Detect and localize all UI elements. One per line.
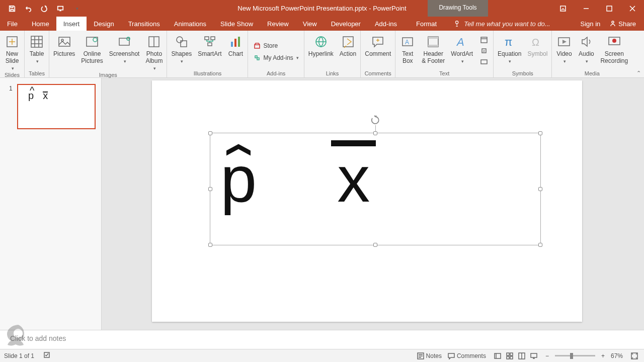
resize-handle[interactable] — [538, 243, 542, 247]
svg-rect-11 — [119, 38, 129, 45]
group-illustrations: Shapes SmartArt Chart Illustrations — [167, 31, 248, 77]
photo-album-button[interactable]: Photo Album — [144, 33, 164, 72]
undo-button[interactable] — [23, 4, 33, 14]
tab-developer[interactable]: Developer — [324, 17, 368, 31]
tab-transitions[interactable]: Transitions — [121, 17, 167, 31]
chart-button[interactable]: Chart — [226, 33, 245, 59]
ribbon-display-options-button[interactable] — [551, 0, 575, 17]
signin-button[interactable]: Sign in — [581, 20, 601, 28]
resize-handle[interactable] — [538, 187, 542, 191]
svg-rect-46 — [531, 353, 537, 357]
slide-canvas[interactable]: p x — [152, 80, 582, 322]
wordart-button[interactable]: AWordArt — [450, 33, 474, 65]
save-button[interactable] — [7, 4, 17, 14]
video-button[interactable]: Video — [555, 33, 573, 65]
rotate-handle[interactable] — [370, 115, 380, 125]
collapse-ribbon-button[interactable]: ⌃ — [636, 70, 641, 76]
svg-point-4 — [612, 21, 614, 23]
textbox-button[interactable]: AText Box — [398, 33, 417, 66]
sorter-view-button[interactable] — [504, 351, 515, 361]
spellcheck-icon[interactable] — [43, 351, 51, 360]
zoom-out-button[interactable]: − — [545, 352, 549, 359]
group-slides: New Slide Slides — [0, 31, 25, 77]
resize-handle[interactable] — [373, 131, 377, 135]
screenshot-button[interactable]: Screenshot — [108, 33, 141, 65]
resize-handle[interactable] — [208, 131, 212, 135]
slide-thumbnails-panel[interactable]: 1 p x — [0, 78, 102, 330]
my-addins-button[interactable]: My Add-ins — [251, 53, 300, 63]
smartart-button[interactable]: SmartArt — [197, 33, 222, 59]
comment-button[interactable]: Comment — [364, 33, 392, 59]
start-from-beginning-button[interactable] — [55, 4, 65, 14]
selected-textbox[interactable]: p x — [210, 133, 541, 245]
tab-home[interactable]: Home — [25, 17, 56, 31]
object-button[interactable] — [478, 57, 490, 67]
x-bar-symbol: x — [337, 146, 370, 212]
reading-view-button[interactable] — [516, 351, 527, 361]
slideshow-view-button[interactable] — [528, 351, 539, 361]
contextual-tab-label: Drawing Tools — [428, 0, 488, 17]
zoom-level[interactable]: 67% — [611, 352, 623, 359]
tab-animations[interactable]: Animations — [167, 17, 213, 31]
svg-rect-7 — [59, 37, 70, 46]
equation-button[interactable]: πEquation — [497, 33, 522, 65]
status-bar: Slide 1 of 1 Notes Comments − + 67% — [0, 349, 644, 362]
resize-handle[interactable] — [208, 187, 212, 191]
tab-format[interactable]: Format — [409, 17, 444, 31]
tab-review[interactable]: Review — [260, 17, 296, 31]
tab-addins[interactable]: Add-ins — [368, 17, 404, 31]
resize-handle[interactable] — [208, 243, 212, 247]
svg-rect-32 — [481, 60, 487, 64]
svg-rect-18 — [208, 43, 212, 46]
svg-rect-40 — [495, 353, 501, 358]
store-button[interactable]: Store — [251, 41, 280, 51]
action-button[interactable]: Action — [339, 33, 357, 59]
pictures-button[interactable]: Pictures — [52, 33, 76, 59]
notes-toggle[interactable]: Notes — [417, 352, 442, 359]
slide-editor[interactable]: p x — [102, 78, 644, 330]
svg-text:A: A — [405, 39, 409, 46]
share-button[interactable]: Share — [609, 20, 636, 28]
online-pictures-button[interactable]: Online Pictures — [80, 33, 104, 66]
minimize-button[interactable] — [575, 0, 598, 17]
svg-text:A: A — [456, 36, 464, 48]
audio-button[interactable]: Audio — [577, 33, 595, 65]
screen-recording-button[interactable]: Screen Recording — [599, 33, 629, 66]
tab-slideshow[interactable]: Slide Show — [213, 17, 260, 31]
date-time-button[interactable] — [478, 35, 490, 45]
tell-me-search[interactable]: Tell me what you want to do... — [454, 17, 550, 31]
tab-file[interactable]: File — [0, 17, 25, 31]
symbol-button[interactable]: ΩSymbol — [526, 33, 548, 59]
tell-me-placeholder: Tell me what you want to do... — [464, 20, 550, 28]
tab-insert[interactable]: Insert — [56, 17, 87, 31]
table-button[interactable]: Table — [28, 33, 46, 65]
shapes-button[interactable]: Shapes — [170, 33, 193, 65]
comments-toggle[interactable]: Comments — [448, 352, 486, 359]
new-slide-button[interactable]: New Slide — [3, 33, 21, 72]
zoom-in-button[interactable]: + — [601, 352, 605, 359]
header-footer-button[interactable]: Header & Footer — [421, 33, 446, 66]
maximize-button[interactable] — [598, 0, 621, 17]
slide-indicator[interactable]: Slide 1 of 1 — [4, 352, 34, 359]
slide-thumbnail-1[interactable]: 1 p x — [17, 84, 96, 129]
svg-rect-2 — [607, 6, 612, 11]
svg-rect-43 — [507, 356, 509, 359]
resize-handle[interactable] — [538, 131, 542, 135]
zoom-slider[interactable] — [555, 355, 595, 356]
svg-rect-6 — [31, 36, 42, 47]
title-bar: New Microsoft PowerPoint Presentation.pp… — [0, 0, 644, 17]
tab-view[interactable]: View — [296, 17, 324, 31]
fit-to-window-button[interactable] — [629, 351, 640, 361]
close-button[interactable] — [621, 0, 644, 17]
customize-qat-button[interactable] — [71, 4, 82, 14]
hyperlink-button[interactable]: Hyperlink — [307, 33, 335, 59]
svg-rect-30 — [481, 37, 487, 43]
notes-pane[interactable]: Click to add notes — [0, 330, 644, 349]
normal-view-button[interactable] — [492, 351, 503, 361]
resize-handle[interactable] — [373, 243, 377, 247]
slide-number-button[interactable]: # — [478, 46, 490, 56]
redo-button[interactable] — [39, 4, 49, 14]
tab-design[interactable]: Design — [87, 17, 121, 31]
group-symbols: πEquation ΩSymbol Symbols — [494, 31, 552, 77]
svg-rect-27 — [428, 37, 438, 39]
